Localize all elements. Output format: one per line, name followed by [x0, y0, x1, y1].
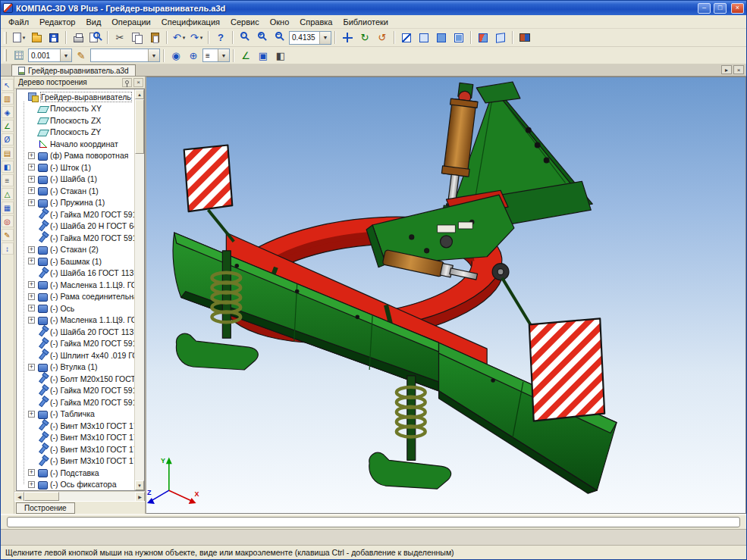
tree-item[interactable]: (-) Табличка	[17, 408, 134, 421]
compact-panel-button[interactable]: ◈	[2, 106, 14, 118]
libraries-manager-button[interactable]	[516, 30, 533, 45]
compact-panel-button[interactable]: ≡	[2, 174, 14, 186]
rounding-button[interactable]: ◧	[272, 48, 289, 63]
tree-horizontal-scrollbar[interactable]: ◀ ▶	[14, 491, 145, 501]
tree-item[interactable]: (-) Винт М3х10 ГОСТ 174...	[17, 455, 134, 468]
cut-button[interactable]: ✂	[111, 30, 128, 45]
tree-item[interactable]: (-) Гайка М20 ГОСТ 5918-...	[17, 338, 134, 350]
tree-item[interactable]: (-) Гайка М20 ГОСТ 5918-...	[17, 396, 134, 408]
compact-panel-button[interactable]: ↕	[2, 242, 14, 255]
grid-toggle-button[interactable]	[11, 48, 27, 63]
model-viewport[interactable]: Y X Z	[146, 77, 746, 514]
copy-button[interactable]	[129, 30, 146, 45]
object-help-button[interactable]: ?	[212, 30, 229, 45]
tree-item[interactable]: (-) Гайка М20 ГОСТ 5915-...	[17, 232, 134, 244]
scroll-track[interactable]	[135, 99, 144, 480]
perspective-button[interactable]	[492, 30, 509, 45]
current-step-combo[interactable]: 0.001 ▼	[28, 48, 72, 62]
zoom-scale-combo[interactable]: 0.4135 ▼	[289, 31, 331, 45]
tree-expander[interactable]	[28, 411, 35, 418]
menu-item[interactable]: Вид	[80, 16, 106, 28]
tree-expander[interactable]	[28, 258, 35, 264]
angle-snap-button[interactable]: ∠	[237, 48, 254, 63]
combo-arrow-icon[interactable]: ▼	[148, 49, 159, 61]
tree-item[interactable]: Начало координат	[17, 138, 134, 150]
section-display-button[interactable]	[475, 30, 491, 45]
compact-panel-button[interactable]: ◎	[2, 215, 14, 227]
tree-item[interactable]: (-) Гайка М20 ГОСТ 5915-...	[17, 385, 134, 397]
tree-item[interactable]: (-) Рама соединительная	[17, 291, 134, 303]
tree-tab-construction[interactable]: Построение	[16, 502, 75, 514]
toolbar-grip[interactable]	[4, 32, 7, 44]
wireframe-mode-button[interactable]	[398, 30, 415, 45]
tree-item[interactable]: (-) Масленка 1.1.Ц9. ГОС...	[17, 314, 134, 327]
property-field[interactable]	[7, 517, 740, 527]
print-button[interactable]	[70, 30, 86, 45]
compact-panel-button[interactable]: ▥	[2, 92, 14, 105]
print-preview-button[interactable]	[87, 30, 104, 45]
close-document-button[interactable]: ×	[733, 65, 744, 74]
tree-item[interactable]: Плоскость XY	[17, 103, 134, 115]
undo-button[interactable]: ↶▾	[171, 30, 187, 45]
tree-expander[interactable]	[28, 281, 35, 288]
combo-arrow-icon[interactable]: ▼	[319, 32, 331, 44]
tree-item[interactable]: (-) Башмак (1)	[17, 255, 134, 267]
menu-item[interactable]: Библиотеки	[337, 16, 394, 28]
tree-item[interactable]: Грейдер-выравниватель	[17, 91, 134, 103]
tree-item[interactable]: (-) Пружина (1)	[17, 197, 134, 209]
tree-expander[interactable]	[28, 164, 35, 171]
combo-arrow-icon[interactable]: ▼	[60, 49, 71, 61]
tree-item[interactable]: (-) Шайба 20 ГОСТ 1137...	[17, 326, 134, 338]
tree-item[interactable]: (-) Стакан (2)	[17, 244, 134, 256]
tree-expander[interactable]	[28, 469, 35, 476]
tree-expander[interactable]	[28, 187, 35, 194]
tree-item[interactable]: (-) Шплинт 4х40 .019 ГОС...	[17, 349, 134, 361]
zoom-out-button[interactable]	[271, 30, 288, 45]
tree-expander[interactable]	[28, 364, 35, 371]
save-button[interactable]	[46, 30, 62, 45]
tree-item[interactable]: (-) Винт М3х10 ГОСТ 174...	[17, 420, 134, 432]
tree-expander[interactable]	[28, 176, 35, 183]
combo-arrow-icon[interactable]: ▼	[218, 49, 229, 61]
snap-toggle-button[interactable]: ⊕	[185, 48, 202, 63]
menu-item[interactable]: Спецификация	[156, 16, 225, 28]
close-button[interactable]: ×	[731, 3, 744, 14]
close-panel-button[interactable]: ×	[133, 78, 143, 87]
warning-flag-left[interactable]	[184, 145, 233, 212]
zoom-in-button[interactable]	[254, 30, 271, 45]
3d-model-view[interactable]: Y X Z	[146, 77, 745, 513]
zoom-area-button[interactable]	[237, 30, 253, 45]
pan-button[interactable]	[339, 30, 356, 45]
tree-expander[interactable]	[28, 152, 35, 159]
tree-item[interactable]: (-) Масленка 1.1.Ц9. ГОС...	[17, 279, 134, 291]
tree-item[interactable]: Плоскость ZX	[17, 114, 134, 127]
local-cs-button[interactable]: ◉	[168, 48, 184, 63]
document-tab[interactable]: Грейдер-выравниватель.a3d	[11, 64, 136, 76]
toolbar-grip[interactable]	[4, 49, 7, 61]
compact-panel-button[interactable]: △	[2, 188, 14, 200]
redo-button[interactable]: ↷▾	[188, 30, 205, 45]
scroll-up-button[interactable]: ▲	[135, 89, 144, 99]
compact-panel-button[interactable]: Ø	[2, 133, 14, 145]
new-document-button[interactable]: ▾	[11, 30, 27, 45]
scroll-thumb[interactable]	[24, 492, 59, 501]
open-button[interactable]	[28, 30, 45, 45]
tree-item[interactable]: (-) Подставка	[17, 467, 134, 479]
paste-button[interactable]	[146, 30, 163, 45]
scroll-thumb[interactable]	[135, 99, 144, 154]
menu-item[interactable]: Операции	[106, 16, 155, 28]
tree-vertical-scrollbar[interactable]: ▲ ▼	[134, 89, 144, 490]
ortho-mode-button[interactable]: ▣	[255, 48, 271, 63]
pin-panel-button[interactable]	[122, 78, 132, 87]
snap-settings-combo[interactable]: ≡ ▼	[202, 48, 230, 62]
rotate-view-button[interactable]: ↺	[374, 30, 391, 45]
tree-expander[interactable]	[28, 481, 35, 488]
tree-item[interactable]: (-) Шайба 16 ГОСТ 1137...	[17, 267, 134, 280]
compact-panel-button[interactable]: ✎	[2, 229, 14, 241]
maximize-button[interactable]: □	[714, 3, 727, 14]
tree-expander[interactable]	[28, 199, 35, 206]
layers-combo[interactable]: ▼	[90, 48, 160, 62]
compact-panel-button[interactable]: ∠	[2, 120, 14, 132]
tree-item[interactable]: (-) Шток (1)	[17, 161, 134, 174]
tree-expander[interactable]	[28, 305, 35, 311]
